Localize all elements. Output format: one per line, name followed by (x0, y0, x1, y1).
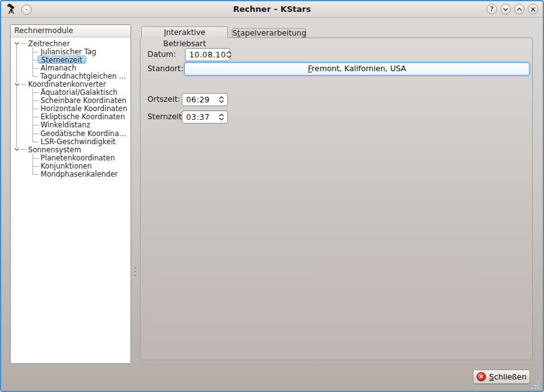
tree-item-sternenzeit[interactable]: Sternenzeit (11, 56, 131, 64)
close-button-label: Schließen (489, 373, 527, 381)
close-icon: × (530, 6, 536, 13)
help-button[interactable]: ? (487, 4, 497, 14)
tree-branch-line (29, 97, 39, 105)
tab-interaktive-betriebsart[interactable]: Interaktive Betriebsart (141, 26, 228, 38)
tree-branch-line (29, 89, 39, 97)
tree-branch-line (29, 105, 39, 113)
local-time-label: Ortszeit: (147, 94, 180, 104)
tree-item-label: Tagundnachtgleichen & ... (38, 72, 131, 81)
window-title: Rechner – KStars (1, 1, 543, 17)
tree-branch-line (21, 84, 26, 85)
close-window-button[interactable]: × (528, 4, 538, 14)
tree-item-label: Äquatorial/Galaktisch (39, 88, 119, 97)
tree-branch-line (29, 170, 39, 179)
tree-branch-line (29, 121, 39, 129)
maximize-button[interactable] (514, 4, 525, 14)
tree-item-label: Koordinatenkonverter (26, 80, 108, 89)
collapse-arrow-icon[interactable] (13, 83, 21, 86)
interactive-mode-pane: Datum: 10.08.10 Standort: Fremont, Kalif… (140, 37, 533, 360)
tree-item-geodaetische-koordinaten[interactable]: Geodätische Koordinaten (11, 129, 131, 137)
spin-arrows-icon[interactable] (217, 114, 227, 120)
titlebar[interactable]: Rechner – KStars ? × (1, 1, 543, 17)
tree-branch-line (29, 56, 39, 64)
tree-rows: Zeitrechner Julianischer Tag Sternenzeit… (11, 37, 131, 179)
tree-branch-line (29, 137, 39, 145)
spin-arrows-icon[interactable] (217, 96, 227, 103)
tree-item-label: LSR-Geschwindigkeit (39, 137, 117, 146)
tree-item-label: Planetenkoordinaten (39, 154, 117, 162)
tree-branch-line (29, 47, 39, 56)
tree-branch-line (21, 43, 26, 44)
tree-item-konjunktionen[interactable]: Konjunktionen (11, 162, 131, 170)
tree-item-label: Mondphasenkalender (39, 170, 120, 179)
tree-item-label: Sonnensystem (26, 145, 83, 154)
tree-item-winkeldistanz[interactable]: Winkeldistanz (11, 121, 131, 129)
location-label: Standort: (147, 64, 183, 74)
location-button[interactable]: Fremont, Kalifornien, USA (184, 62, 530, 76)
dialog-body: Rechnermodule Zeitrechner Julianischer T… (1, 18, 543, 391)
calculator-window: Rechner – KStars ? × (0, 0, 544, 392)
sidereal-time-label: Sternzeit: (147, 112, 184, 122)
tree-item-label: Geodätische Koordinaten (39, 129, 131, 138)
sidereal-time-spinbox[interactable]: 03:37 (182, 110, 228, 124)
local-time-value: 06:29 (182, 96, 217, 104)
collapse-arrow-icon[interactable] (13, 148, 21, 151)
module-tree[interactable]: Rechnermodule Zeitrechner Julianischer T… (10, 24, 131, 364)
tree-item-tagundnachtgleichen[interactable]: Tagundnachtgleichen & ... (11, 72, 131, 80)
tab-label: Stapelverarbeitung (232, 29, 306, 37)
tree-item-sonnensystem[interactable]: Sonnensystem (11, 145, 131, 154)
tree-item-lsr-geschwindigkeit[interactable]: LSR-Geschwindigkeit (11, 137, 131, 145)
tree-item-aequatorial-galaktisch[interactable]: Äquatorial/Galaktisch (11, 89, 131, 97)
kstars-telescope-icon (6, 4, 17, 15)
tree-item-label: Ekliptische Koordinaten (39, 112, 127, 121)
tree-item-label: Konjunktionen (39, 162, 94, 170)
tree-branch-line (29, 72, 38, 80)
tree-branch-line (21, 149, 26, 150)
tree-item-ekliptische-koordinaten[interactable]: Ekliptische Koordinaten (11, 113, 131, 121)
date-value: 10.08.10 (185, 51, 226, 59)
tree-item-label: Julianischer Tag (39, 47, 98, 56)
collapse-arrow-icon[interactable] (13, 42, 21, 45)
pin-button[interactable] (21, 4, 32, 15)
tree-item-julianischer-tag[interactable]: Julianischer Tag (11, 47, 131, 56)
tree-item-scheinbare-koordinaten[interactable]: Scheinbare Koordinaten (11, 97, 131, 105)
tree-item-almanach[interactable]: Almanach (11, 64, 131, 72)
date-spinbox[interactable]: 10.08.10 (185, 48, 230, 61)
tree-item-mondphasenkalender[interactable]: Mondphasenkalender (11, 170, 131, 179)
splitter-handle[interactable] (134, 267, 136, 277)
tree-item-zeitrechner[interactable]: Zeitrechner (11, 39, 131, 47)
tree-item-horizontale-koordinaten[interactable]: Horizontale Koordinaten (11, 105, 131, 113)
spin-arrows-icon[interactable] (226, 51, 233, 58)
tree-item-label: Scheinbare Koordinaten (39, 96, 128, 105)
resize-grip[interactable] (532, 381, 540, 388)
tree-item-koordinatenkonverter[interactable]: Koordinatenkonverter (11, 80, 131, 88)
tree-item-label: Winkeldistanz (39, 120, 92, 129)
chevron-down-icon (503, 7, 508, 11)
local-time-spinbox[interactable]: 06:29 (182, 93, 228, 106)
window-buttons: ? × (487, 4, 538, 14)
tree-item-label: Almanach (39, 64, 78, 72)
screenshot: Rechner – KStars ? × (0, 0, 544, 392)
tree-branch-line (29, 64, 39, 72)
tree-item-label-selected: Sternenzeit (37, 56, 86, 64)
tree-item-planetenkoordinaten[interactable]: Planetenkoordinaten (11, 154, 131, 162)
help-icon: ? (490, 6, 494, 12)
tab-label: Interaktive Betriebsart (163, 28, 206, 48)
tree-branch-line (29, 129, 39, 137)
chevron-up-icon (517, 7, 522, 11)
close-red-icon: ✕ (477, 372, 486, 381)
date-label: Datum: (147, 49, 176, 59)
sidereal-time-value: 03:37 (182, 113, 217, 122)
close-button[interactable]: ✕ Schließen (473, 370, 530, 384)
tree-branch-line (29, 162, 39, 170)
tree-item-label: Zeitrechner (26, 39, 72, 48)
tree-branch-line (29, 113, 39, 121)
tree-header: Rechnermodule (11, 25, 131, 37)
tree-branch-line (29, 154, 39, 162)
minimize-button[interactable] (500, 4, 511, 14)
tree-item-label: Horizontale Koordinaten (39, 104, 129, 113)
